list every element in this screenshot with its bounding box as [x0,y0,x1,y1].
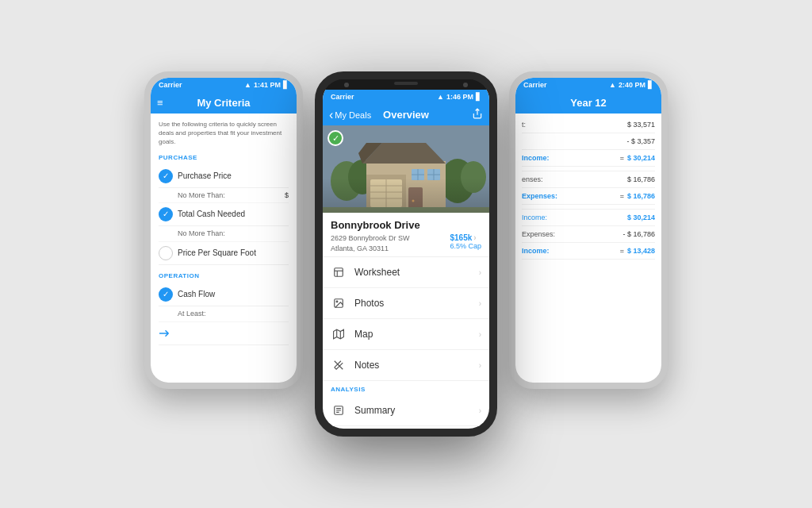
criteria-row-ppsf[interactable]: Price Per Square Foot [159,242,289,265]
criteria-row-cash-flow[interactable]: ✓ Cash Flow [159,283,289,306]
row-income-gross: t: $ 33,571 [522,117,655,133]
check-total-cash: ✓ [159,207,173,221]
row-total-expenses: Expenses: = $ 16,786 [522,188,655,205]
row-net-income2: Income: = $ 13,428 [522,243,655,260]
menu-item-photos[interactable]: Photos › [323,288,489,319]
eq-net-income2: = [620,247,624,255]
property-address: 2629 Bonnybrook Dr SW Atlanta, GA 30311 … [331,233,481,253]
phones-container: Carrier ▲ 1:41 PM ▋ ≡ My Criteria Use th… [128,24,684,484]
criteria-row-total-cash[interactable]: ✓ Total Cash Needed [159,203,289,226]
chevron-photos: › [479,299,481,308]
menu-item-map[interactable]: Map › [323,319,489,350]
address-line1: 2629 Bonnybrook Dr SW [331,233,410,244]
chevron-summary: › [479,406,481,415]
menu-item-worksheet[interactable]: Worksheet › [323,257,489,288]
value-net-income2: $ 13,428 [627,247,655,255]
phone-center: Carrier ▲ 1:46 PM ▋ My Deals Overview [315,71,497,437]
time-center: 1:46 PM [446,93,473,101]
label-map: Map [354,329,471,340]
label-ppsf: Price Per Square Foot [178,248,256,259]
carrier-right: Carrier [523,81,547,89]
property-price: $165k › [450,233,481,242]
chevron-notes: › [479,361,481,370]
row-expenses2: Expenses: - $ 16,786 [522,226,655,243]
property-info: Bonnybrook Drive 2629 Bonnybrook Dr SW A… [323,213,489,257]
share-icon[interactable] [472,108,483,121]
status-bar-right: Carrier ▲ 2:40 PM ▋ [515,78,661,92]
nav-title-right: Year 12 [570,97,607,109]
label-total-expenses: Expenses: [522,192,557,200]
value-expenses2: - $ 16,786 [622,230,655,238]
address-line2: Atlanta, GA 30311 [331,244,410,254]
green-badge: ✓ [327,130,343,146]
hamburger-icon[interactable]: ≡ [157,97,163,109]
phone-left: Carrier ▲ 1:41 PM ▋ ≡ My Criteria Use th… [144,71,303,389]
label-photos: Photos [354,298,471,309]
property-image-overlay [323,125,489,213]
label-income2: Income: [522,214,547,221]
worksheet-icon [331,264,347,280]
status-bar-left: Carrier ▲ 1:41 PM ▋ [151,78,297,92]
criteria-body: Use the following criteria to quickly sc… [151,114,297,352]
price-chevron: › [473,233,476,242]
status-bar-center: Carrier ▲ 1:46 PM ▋ [323,90,489,104]
nav-bar-right: Year 12 [515,92,661,114]
eq-total-expenses: = [620,192,624,200]
label-notes: Notes [354,360,471,371]
section-purchase: PURCHASE [159,153,289,162]
phone-right: Carrier ▲ 2:40 PM ▋ Year 12 t: $ 33,571 [509,71,668,389]
sub-row-total-cash: No More Than: [159,226,289,242]
svg-rect-23 [335,268,343,277]
nav-back-button[interactable]: My Deals [329,108,371,122]
chevron-worksheet: › [479,268,481,277]
notes-icon [331,357,347,373]
svg-marker-28 [334,329,344,339]
time-right: 2:40 PM [619,81,645,89]
back-chevron-icon [329,108,333,122]
label-expenses: enses: [522,175,543,183]
camera-dot [344,83,349,87]
value-total-expenses: $ 16,786 [627,192,655,200]
battery-icon-center: ▋ [476,93,481,101]
label-purchase-price: Purchase Price [178,171,232,182]
label-expenses2: Expenses: [522,230,555,238]
row-income2: Income: $ 30,214 [522,210,655,226]
row-net-income: Income: = $ 30,214 [522,150,655,167]
value-net-income: $ 30,214 [627,154,655,162]
check-cash-flow: ✓ [159,287,173,302]
wifi-icon-center: ▲ [437,93,444,101]
carrier-left: Carrier [159,81,182,89]
wifi-icon-left: ▲ [244,81,251,89]
label-worksheet: Worksheet [354,267,471,278]
criteria-description: Use the following criteria to quickly sc… [159,120,289,147]
section-operation: OPERATION [159,271,289,280]
row-expenses: enses: $ 16,786 [522,171,655,188]
check-purchase-price: ✓ [159,169,173,183]
criteria-row-purchase-price[interactable]: ✓ Purchase Price [159,165,289,188]
carrier-center: Carrier [331,93,354,101]
nav-title-center: Overview [383,109,429,121]
eq-net-income: = [620,154,624,162]
label-net-income2: Income: [522,247,550,255]
empty-circle-ppsf [159,246,173,260]
sub-row-cash-flow: At Least: [159,306,289,322]
battery-icon-left: ▋ [283,81,289,89]
label-gross: t: [522,121,526,129]
label-summary: Summary [354,405,471,416]
map-icon [331,326,347,342]
criteria-row-arrow [159,322,289,345]
value-expenses: $ 16,786 [627,175,655,183]
property-image: ✓ [323,125,489,213]
menu-item-notes[interactable]: Notes › [323,350,489,381]
cap-rate: 6.5% Cap [450,242,481,250]
value-income2: $ 30,214 [627,214,655,221]
menu-item-summary[interactable]: Summary › [323,395,489,426]
sub-row-purchase-price: No More Than: $ [159,188,289,204]
year-body: t: $ 33,571 - $ 3,357 Income: = $ 30,214 [515,114,661,263]
arrow-icon [159,326,173,341]
property-name: Bonnybrook Drive [331,219,481,231]
sub-label-cf: At Least: [178,309,206,319]
battery-icon-right: ▋ [648,81,653,89]
sub-value-pp: $ [285,190,289,201]
value-deduction: - $ 3,357 [626,137,655,145]
